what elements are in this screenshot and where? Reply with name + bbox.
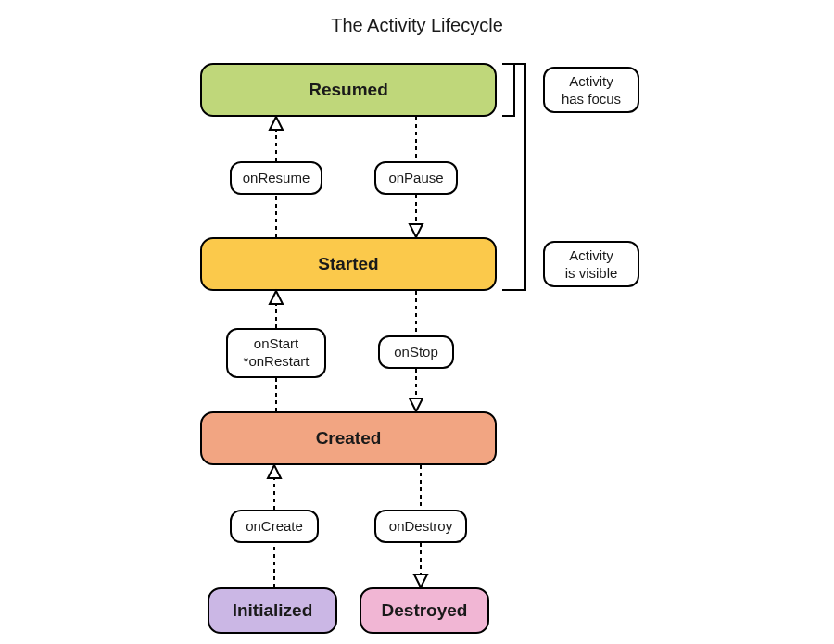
transition-ondestroy-label: onDestroy [389,518,452,536]
transition-ondestroy: onDestroy [374,510,467,543]
transition-onstop: onStop [378,335,454,369]
state-resumed: Resumed [200,63,497,117]
state-created-label: Created [316,428,382,448]
transition-onstart-onrestart: onStart *onRestart [226,328,326,378]
arrow-oncreate-head [268,465,281,478]
transition-onpause-label: onPause [388,170,443,187]
annotation-hasfocus-label: Activity has focus [562,72,621,108]
diagram-title: The Activity Lifecycle [0,15,834,36]
state-destroyed: Destroyed [360,587,489,634]
transition-oncreate: onCreate [230,510,319,543]
state-started-label: Started [318,254,378,274]
state-initialized-label: Initialized [233,600,313,621]
arrow-onpause-head [410,224,423,237]
arrow-onstop-head [410,398,423,411]
diagram-canvas: The Activity Lifecycle Resumed Started C… [0,0,834,644]
transition-oncreate-label: onCreate [246,518,303,536]
annotation-isvisible-label: Activity is visible [565,246,618,283]
annotation-isvisible: Activity is visible [543,241,639,287]
state-started: Started [200,237,497,291]
state-initialized: Initialized [208,587,337,634]
transition-onstart-onrestart-label: onStart *onRestart [244,335,310,371]
arrow-onresume-head [270,117,283,130]
state-destroyed-label: Destroyed [382,600,468,621]
state-created: Created [200,411,497,465]
transition-onresume-label: onResume [243,170,310,187]
transition-onpause: onPause [374,161,458,195]
bracket-isvisible [502,63,526,291]
transition-onstop-label: onStop [394,344,438,361]
annotation-hasfocus: Activity has focus [543,67,639,113]
state-resumed-label: Resumed [309,80,388,100]
arrow-onstart-head [270,291,283,304]
arrow-ondestroy-head [414,575,427,587]
transition-onresume: onResume [230,161,322,195]
